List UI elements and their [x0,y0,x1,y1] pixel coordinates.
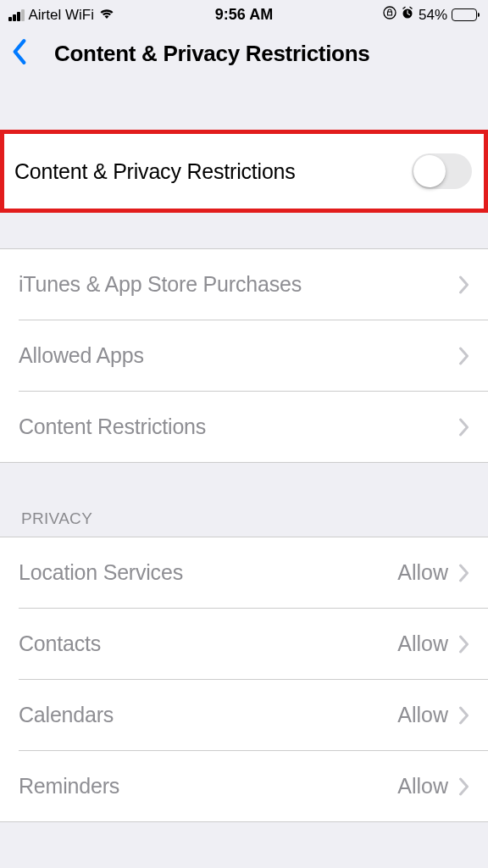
chevron-right-icon [458,777,469,796]
purchases-section: iTunes & App Store Purchases Allowed App… [0,248,488,463]
row-label: Content Restrictions [19,415,458,439]
status-right: 54% [383,6,480,24]
privacy-section: Location Services Allow Contacts Allow C… [0,537,488,822]
content-privacy-toggle-row: Content & Privacy Restrictions [4,134,484,209]
status-bar: Airtel WiFi 9:56 AM 54% [0,0,488,25]
privacy-section-header: PRIVACY [0,463,488,537]
content-restrictions-row[interactable]: Content Restrictions [19,391,488,462]
status-left: Airtel WiFi [8,6,115,24]
row-value: Allow [397,774,448,798]
cellular-signal-icon [8,9,25,21]
carrier-label: Airtel WiFi [29,7,94,24]
highlighted-toggle-cell: Content & Privacy Restrictions [0,130,488,213]
row-label: Allowed Apps [19,343,458,368]
row-label: Contacts [19,632,397,656]
back-button[interactable] [10,38,29,69]
orientation-lock-icon [383,6,396,24]
page-title: Content & Privacy Restrictions [54,41,369,67]
row-label: Reminders [19,774,397,798]
reminders-row[interactable]: Reminders Allow [19,750,488,821]
calendars-row[interactable]: Calendars Allow [19,679,488,750]
chevron-right-icon [458,564,469,582]
status-time: 9:56 AM [215,6,273,24]
row-label: Calendars [19,703,397,727]
contacts-row[interactable]: Contacts Allow [19,608,488,679]
chevron-right-icon [458,635,469,654]
svg-point-0 [384,7,396,19]
chevron-right-icon [458,706,469,725]
battery-icon [452,8,480,21]
battery-percent-label: 54% [419,7,447,24]
allowed-apps-row[interactable]: Allowed Apps [19,320,488,391]
chevron-right-icon [458,418,469,437]
chevron-right-icon [458,275,469,294]
row-value: Allow [397,632,448,656]
location-services-row[interactable]: Location Services Allow [0,537,488,608]
row-label: iTunes & App Store Purchases [19,272,458,297]
alarm-icon [401,6,414,24]
row-label: Location Services [19,560,397,585]
row-value: Allow [397,703,448,727]
toggle-knob [413,155,446,187]
content-privacy-toggle[interactable] [412,153,472,189]
nav-bar: Content & Privacy Restrictions [0,25,488,79]
wifi-icon [98,6,115,24]
row-value: Allow [397,560,448,585]
content-privacy-toggle-label: Content & Privacy Restrictions [14,159,296,184]
itunes-app-store-purchases-row[interactable]: iTunes & App Store Purchases [0,249,488,320]
chevron-right-icon [458,347,469,365]
